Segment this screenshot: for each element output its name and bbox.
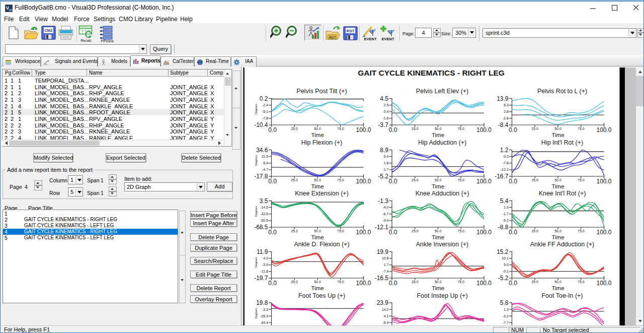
svg-text:75.0: 75.0 [457, 229, 464, 233]
svg-text:-7.8: -7.8 [262, 116, 268, 120]
svg-text:Time: Time [311, 183, 324, 189]
svg-text:50.0: 50.0 [435, 229, 442, 233]
svg-text:100.0: 100.0 [356, 178, 371, 185]
svg-text:0.0: 0.0 [268, 178, 277, 185]
svg-text:75.0: 75.0 [337, 229, 344, 233]
svg-text:-1.3: -1.3 [378, 197, 388, 205]
svg-text:25.0: 25.0 [291, 178, 298, 182]
svg-text:0.0: 0.0 [268, 126, 277, 134]
svg-text:Time: Time [432, 183, 444, 189]
svg-text:75.0: 75.0 [457, 127, 464, 130]
svg-text:-68.5: -68.5 [254, 224, 268, 231]
svg-text:75.0: 75.0 [578, 178, 585, 182]
svg-text:Ankle Inversion (+): Ankle Inversion (+) [416, 241, 469, 248]
svg-text:-1.7: -1.7 [503, 212, 509, 216]
svg-text:Time: Time [311, 234, 324, 240]
svg-text:-9.4: -9.4 [382, 219, 388, 222]
svg-text:13.9: 13.9 [497, 95, 509, 102]
svg-text:-32.5: -32.5 [260, 212, 268, 216]
svg-text:0.0: 0.0 [268, 229, 277, 236]
svg-text:4.5: 4.5 [380, 95, 388, 102]
svg-text:-5.2: -5.2 [378, 173, 388, 180]
svg-text:-5.9: -5.9 [382, 321, 388, 324]
svg-text:EVENT: EVENT [364, 37, 376, 41]
svg-text:23.9: 23.9 [377, 299, 389, 306]
svg-text:50.0: 50.0 [554, 127, 561, 130]
svg-text:25.0: 25.0 [291, 280, 298, 284]
svg-text:Recalc: Recalc [80, 39, 92, 42]
svg-text:0.0: 0.0 [389, 280, 397, 287]
svg-text:Time: Time [551, 285, 564, 291]
svg-text:14.0: 14.0 [382, 308, 389, 311]
svg-text:21.5: 21.5 [261, 155, 268, 158]
svg-text:100.0: 100.0 [356, 229, 371, 236]
svg-text:100.0: 100.0 [596, 126, 611, 134]
svg-text:50.0: 50.0 [314, 127, 321, 130]
svg-text:EVENT: EVENT [381, 37, 394, 41]
svg-text:-16.5: -16.5 [375, 275, 389, 282]
svg-text:15.2: 15.2 [497, 248, 509, 255]
svg-text:-3.3: -3.3 [262, 308, 268, 311]
svg-text:Pelvis Left Elev (+): Pelvis Left Elev (+) [416, 88, 469, 95]
svg-text:50.0: 50.0 [435, 280, 442, 284]
svg-text:Degrees: Degrees [255, 206, 258, 217]
svg-text:Knee Adduction (+): Knee Adduction (+) [416, 190, 469, 197]
svg-text:Degrees: Degrees [255, 257, 258, 268]
svg-text:25.0: 25.0 [291, 127, 298, 130]
svg-text:19.8: 19.8 [256, 299, 268, 306]
svg-text:Hip Flexion (+): Hip Flexion (+) [301, 139, 343, 146]
svg-text:Knee Int'l Rot (+): Knee Int'l Rot (+) [539, 190, 586, 197]
svg-text:34.6: 34.6 [256, 147, 268, 154]
svg-text:2.5: 2.5 [384, 103, 389, 107]
svg-text:-5.1: -5.1 [262, 110, 268, 113]
svg-text:RGT: RGT [329, 36, 336, 39]
svg-text:Foot Instep Up (+): Foot Instep Up (+) [417, 292, 467, 299]
svg-text:-50.5: -50.5 [260, 219, 268, 222]
svg-text:-10.4: -10.4 [254, 121, 268, 128]
svg-text:25.0: 25.0 [531, 229, 538, 233]
svg-text:75.0: 75.0 [457, 178, 464, 182]
svg-text:-12.1: -12.1 [375, 224, 389, 231]
svg-text:0.0: 0.0 [509, 280, 517, 287]
svg-text:25.0: 25.0 [412, 280, 419, 284]
svg-text:1.7: 1.7 [384, 263, 389, 267]
svg-text:8.9: 8.9 [380, 147, 388, 154]
svg-text:75.0: 75.0 [578, 280, 585, 284]
svg-text:25.0: 25.0 [531, 178, 538, 182]
svg-text:75.0: 75.0 [337, 178, 344, 182]
svg-text:PiPeline: PiPeline [101, 39, 114, 43]
svg-text:0.0: 0.0 [389, 126, 397, 134]
svg-text:100.0: 100.0 [356, 280, 371, 287]
svg-text:100.0: 100.0 [596, 280, 611, 287]
svg-text:100.0: 100.0 [476, 229, 492, 236]
svg-text:5.4: 5.4 [500, 197, 509, 205]
svg-text:Time: Time [551, 234, 564, 240]
svg-text:-14.5: -14.5 [260, 206, 268, 209]
svg-text:3D: 3D [9, 9, 13, 12]
svg-text:Ankle FF Adduction (+): Ankle FF Adduction (+) [530, 241, 595, 248]
svg-text:25.0: 25.0 [291, 229, 298, 233]
svg-text:-26.3: -26.3 [260, 314, 268, 318]
svg-text:-7.7: -7.7 [503, 321, 509, 324]
svg-text:-7.4: -7.4 [382, 270, 388, 273]
svg-text:Time: Time [551, 132, 564, 138]
svg-text:3.5: 3.5 [260, 197, 268, 205]
svg-text:25.0: 25.0 [412, 127, 419, 130]
svg-text:50.0: 50.0 [554, 280, 561, 284]
svg-text:-0.1: -0.1 [503, 270, 509, 273]
svg-text:100.0: 100.0 [476, 126, 492, 134]
svg-text:100.0: 100.0 [476, 280, 492, 287]
svg-text:-4.7: -4.7 [262, 168, 268, 171]
svg-text:1.9: 1.9 [504, 206, 509, 209]
svg-text:1.8: 1.8 [384, 161, 389, 165]
svg-text:Time: Time [311, 132, 324, 138]
svg-text:0.0: 0.0 [509, 178, 517, 185]
svg-text:1.2: 1.2 [500, 147, 509, 154]
svg-text:50.0: 50.0 [314, 178, 321, 182]
svg-text:Hip Adduction (+): Hip Adduction (+) [418, 139, 466, 146]
svg-text:25.0: 25.0 [531, 280, 538, 284]
svg-text:Pelvis Rot to L (+): Pelvis Rot to L (+) [537, 88, 587, 95]
svg-text:10.8: 10.8 [382, 256, 389, 260]
svg-text:75.0: 75.0 [457, 280, 464, 284]
svg-text:0.0: 0.0 [268, 280, 277, 287]
